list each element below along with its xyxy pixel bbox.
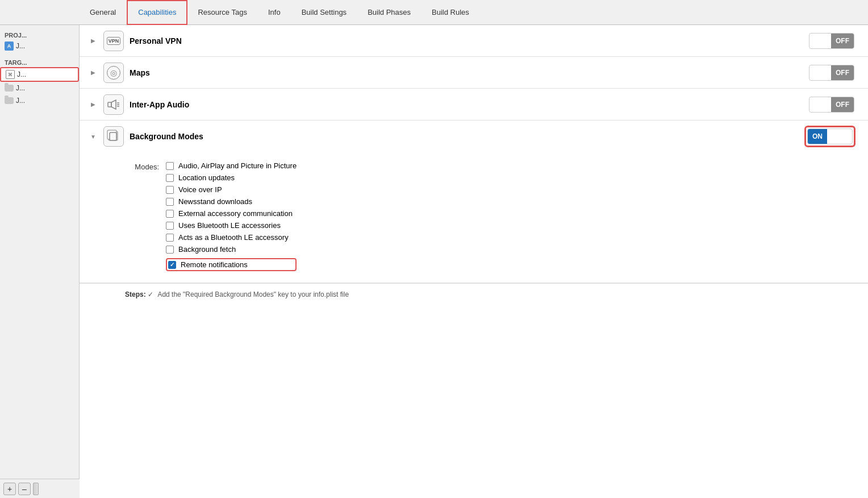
sidebar-item-folder1[interactable]: J... [0, 82, 79, 94]
folder2-icon-shape [5, 97, 14, 104]
remote-notifications-checkbox[interactable] [168, 261, 176, 269]
mode-checkbox[interactable] [166, 210, 174, 218]
toggle-off-label: OFF [831, 97, 854, 112]
mode-label: Uses Bluetooth LE accessories [178, 221, 281, 230]
mode-item: Location updates [166, 173, 297, 182]
vpn-toggle[interactable]: OFF [809, 33, 854, 49]
tab-resource-tags[interactable]: Resource Tags [187, 0, 257, 25]
main-layout: PROJ... A J... TARG... ⌘ J... J... J... [0, 25, 868, 498]
mode-label: External accessory communication [178, 209, 293, 218]
add-button[interactable]: + [3, 483, 16, 495]
mode-item: Uses Bluetooth LE accessories [166, 221, 297, 230]
mode-checkbox[interactable] [166, 162, 174, 170]
audio-toggle[interactable]: OFF [809, 97, 854, 113]
tab-general[interactable]: General [80, 0, 127, 25]
mode-item: Acts as a Bluetooth LE accessory [166, 233, 297, 242]
mode-label: Newsstand downloads [178, 197, 252, 206]
mode-checkbox[interactable] [166, 174, 174, 182]
remove-button[interactable]: – [18, 483, 31, 495]
svg-rect-0 [108, 102, 111, 107]
mode-checkbox[interactable] [166, 234, 174, 242]
project-section-label: PROJ... [0, 30, 79, 40]
mode-checkbox[interactable] [166, 186, 174, 194]
maps-toggle[interactable]: OFF [809, 65, 854, 81]
maps-title: Maps [130, 68, 809, 77]
sidebar-item-project[interactable]: A J... [0, 40, 79, 52]
remote-notifications-label: Remote notifications [181, 260, 248, 269]
steps-label: Steps: [125, 290, 146, 298]
tab-bar: General Capabilities Resource Tags Info … [0, 0, 868, 25]
modes-row: Modes: Audio, AirPlay and Picture in Pic… [125, 161, 868, 271]
mode-item: External accessory communication [166, 209, 297, 218]
audio-icon-box [103, 94, 124, 115]
folder-icon [5, 85, 14, 92]
tab-info[interactable]: Info [258, 0, 291, 25]
capability-row-background-modes: ▼ Background Modes ON [80, 121, 868, 152]
bgmodes-toggle[interactable]: ON [807, 128, 853, 144]
background-modes-content: Modes: Audio, AirPlay and Picture in Pic… [80, 152, 868, 283]
step1-text: Add the "Required Background Modes" key … [157, 290, 349, 298]
remote-notifications-row: Remote notifications [166, 258, 297, 271]
mode-item: Audio, AirPlay and Picture in Picture [166, 161, 297, 170]
tab-build-phases[interactable]: Build Phases [357, 0, 422, 25]
project-icon: A [5, 42, 14, 51]
folder2-icon [5, 96, 14, 105]
modes-list: Audio, AirPlay and Picture in PictureLoc… [166, 161, 297, 271]
svg-rect-7 [110, 132, 116, 140]
folder1-icon [5, 84, 14, 93]
capability-row-maps: ▶ ◎ Maps OFF [80, 57, 868, 89]
expand-arrow-audio[interactable]: ▶ [89, 100, 98, 109]
bgmodes-icon-box [103, 126, 124, 147]
project-label: J... [16, 42, 25, 50]
mode-checkbox[interactable] [166, 246, 174, 254]
toggle-off-label: OFF [831, 65, 854, 80]
mode-item: Voice over IP [166, 185, 297, 194]
folder2-label: J... [16, 97, 25, 105]
audio-title: Inter-App Audio [130, 100, 809, 109]
mode-checkbox[interactable] [166, 198, 174, 206]
tab-capabilities[interactable]: Capabilities [127, 0, 187, 25]
audio-icon [107, 98, 120, 111]
steps-area: Steps: ✓ Add the "Required Background Mo… [80, 283, 868, 305]
mode-label: Location updates [178, 173, 235, 182]
target-icon: ⌘ [6, 70, 15, 79]
capability-row-inter-app-audio: ▶ Inter-App Audio OFF [80, 89, 868, 121]
app-store-icon: A [5, 42, 14, 51]
tab-build-settings[interactable]: Build Settings [291, 0, 358, 25]
target-section-label: TARG... [0, 57, 79, 67]
mode-label: Background fetch [178, 245, 236, 254]
mode-label: Acts as a Bluetooth LE accessory [178, 233, 289, 242]
expand-arrow-bgmodes[interactable]: ▼ [89, 132, 98, 141]
mode-item: Newsstand downloads [166, 197, 297, 206]
compass-icon: ◎ [107, 66, 120, 80]
tab-build-rules[interactable]: Build Rules [422, 0, 480, 25]
sidebar-bottom-toolbar: + – [0, 479, 80, 498]
capability-row-personal-vpn: ▶ VPN Personal VPN OFF [80, 25, 868, 57]
expand-arrow-maps[interactable]: ▶ [89, 68, 98, 77]
folder1-label: J... [16, 84, 25, 92]
mode-label: Audio, AirPlay and Picture in Picture [178, 161, 297, 170]
toggle-on-label: ON [808, 129, 827, 144]
sidebar: PROJ... A J... TARG... ⌘ J... J... J... [0, 25, 80, 498]
target-label: J... [17, 70, 26, 78]
steps-checkmark: ✓ [148, 290, 155, 298]
vpn-badge: VPN [107, 37, 121, 45]
mode-label: Voice over IP [178, 185, 222, 194]
mode-checkbox[interactable] [166, 222, 174, 230]
svg-marker-1 [111, 100, 116, 109]
content-area: ▶ VPN Personal VPN OFF ▶ ◎ Maps OFF ▶ [80, 25, 868, 498]
toggle-off-label: OFF [831, 34, 854, 48]
modes-label: Modes: [125, 161, 159, 171]
maps-icon-box: ◎ [103, 63, 124, 83]
bgmodes-toggle-container: ON [804, 126, 856, 147]
mode-item: Background fetch [166, 245, 297, 254]
vpn-icon-box: VPN [103, 31, 124, 51]
resize-handle[interactable] [33, 483, 39, 495]
expand-arrow-vpn[interactable]: ▶ [89, 36, 98, 45]
bgmode-icon [106, 128, 121, 146]
vpn-title: Personal VPN [130, 36, 809, 45]
target-app-icon: ⌘ [6, 70, 15, 79]
sidebar-item-folder2[interactable]: J... [0, 94, 79, 107]
bgmodes-title: Background Modes [130, 132, 804, 141]
sidebar-item-target[interactable]: ⌘ J... [0, 67, 79, 82]
